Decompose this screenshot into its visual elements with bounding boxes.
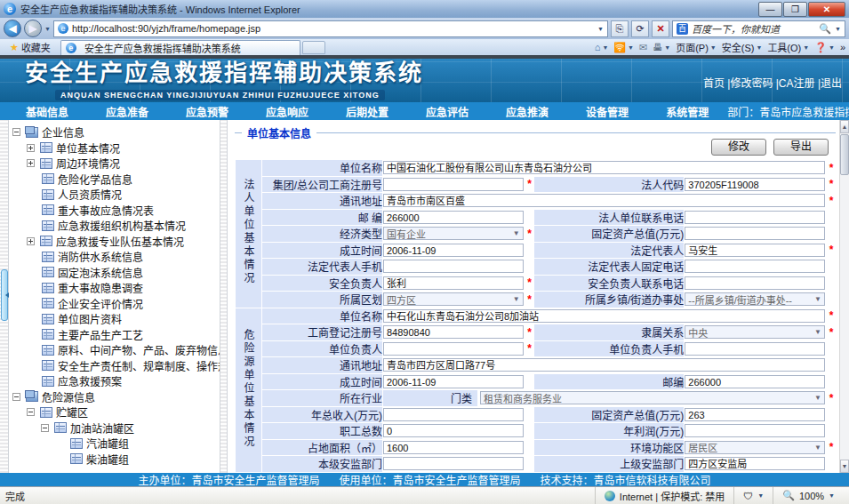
tree-item[interactable]: 应急救援专业队伍基本情况 (12, 234, 218, 250)
home-icon[interactable]: ⌂ (595, 42, 601, 52)
search-input[interactable]: 百 百度一下，你就知道 🔍 ▼ (672, 20, 845, 37)
text-input[interactable]: 1600 (383, 441, 524, 454)
nav-item-3[interactable]: 应急响应 (247, 104, 327, 119)
tree-item[interactable]: 消防供水系统信息 (12, 249, 218, 265)
tree-item-label[interactable]: 安全生产责任制、规章制度、操作规程信息 (58, 358, 220, 373)
tree-item[interactable]: 应急救援组织机构基本情况 (12, 218, 218, 234)
chevron-down-icon[interactable]: ▼ (814, 328, 821, 336)
tree-item[interactable]: 人员资质情况 (12, 187, 218, 203)
dropdown-field[interactable]: 居民区▼ (685, 441, 825, 454)
text-input[interactable]: 青岛市四方区周口路77号 (383, 358, 825, 372)
text-input[interactable]: 四方区安监局 (685, 457, 825, 470)
tools-menu[interactable]: 工具(O)▼ (767, 40, 809, 54)
page-menu[interactable]: 页面(P)▼ (676, 40, 717, 54)
feeds-icon[interactable]: 🛜 (613, 42, 626, 53)
tree-item-label[interactable]: 应急救援专业队伍基本情况 (56, 234, 184, 249)
refresh-icon[interactable]: ⟳ (631, 20, 649, 37)
tree-item[interactable]: 主要产品生产工艺 (12, 327, 218, 343)
scroll-down-icon[interactable]: ▼ (840, 460, 849, 473)
tree-item-label[interactable]: 危险化学品信息 (58, 172, 132, 187)
nav-item-0[interactable]: 基础信息 (7, 104, 87, 119)
tree-item[interactable]: 单位基本情况 (12, 140, 218, 156)
text-input[interactable]: 266000 (685, 375, 825, 388)
text-input[interactable]: 中石化山东青岛石油分公司8加油站 (383, 309, 825, 323)
chevron-down-icon[interactable]: ▼ (814, 394, 821, 402)
tree-item[interactable]: 重大事故应急情况表 (12, 203, 218, 219)
scrollbar-track[interactable] (840, 133, 849, 460)
close-button[interactable]: ✕ (808, 2, 845, 17)
print-icon[interactable]: 🖶 (653, 42, 662, 52)
text-input[interactable] (383, 342, 524, 356)
text-input[interactable]: 2006-11-09 (383, 375, 524, 388)
tree-item-label[interactable]: 单位基本情况 (56, 140, 120, 156)
tree-item-label[interactable]: 应急救援预案 (58, 373, 122, 388)
tree-item-label[interactable]: 应急救援组织机构基本情况 (58, 218, 186, 233)
new-tab-button[interactable] (302, 41, 325, 54)
tree-item-label[interactable]: 原料、中间产物、产品、废弃物信息 (58, 342, 220, 357)
mail-icon[interactable]: ✉ (639, 42, 647, 53)
collapse-icon[interactable] (12, 128, 20, 136)
tree-item-label[interactable]: 加油站油罐区 (70, 420, 134, 436)
scrollbar-thumb[interactable] (840, 134, 849, 175)
search-dropdown-icon[interactable]: ▼ (835, 26, 841, 32)
history-dropdown-icon[interactable]: ▼ (44, 26, 51, 32)
tree-splitter[interactable] (220, 120, 228, 473)
privacy-control[interactable]: 🛡▼ (733, 487, 773, 504)
tree-item-label[interactable]: 重大事故应急情况表 (58, 203, 154, 218)
expand-icon[interactable] (27, 144, 35, 152)
text-input[interactable]: 张利 (383, 276, 524, 290)
tree-item[interactable]: 周边环境情况 (12, 156, 218, 172)
help-menu[interactable]: ❓▼ (814, 42, 835, 53)
url-field[interactable]: e http://localhost:90/yjzh/frame/homepag… (53, 20, 608, 37)
url-dropdown-icon[interactable]: ▼ (597, 26, 604, 32)
tree-item-label[interactable]: 消防供水系统信息 (58, 249, 143, 264)
tree-item-label[interactable]: 重大事故隐患调查 (58, 280, 143, 295)
tree-item-label[interactable]: 企业信息 (42, 124, 84, 140)
forward-button[interactable]: ▶ (24, 20, 42, 37)
text-input[interactable]: 青岛市市南区百盛 (383, 194, 825, 207)
text-input[interactable]: 263 (685, 408, 825, 421)
nav-item-1[interactable]: 应急准备 (87, 104, 167, 119)
tree-item[interactable]: 加油站油罐区 (12, 420, 218, 436)
minimize-button[interactable]: — (758, 2, 782, 17)
tree-item[interactable]: 企业安全评价情况 (12, 296, 218, 312)
security-menu[interactable]: 安全(S)▼ (722, 40, 763, 54)
zoom-control[interactable]: 🔍 100% ▼ (773, 487, 844, 504)
text-input[interactable] (383, 178, 524, 191)
tree-item[interactable]: 危险源信息 (12, 389, 218, 405)
tree-item[interactable]: 原料、中间产物、产品、废弃物信息 (12, 342, 218, 358)
tree-item[interactable]: 企业信息 (12, 124, 218, 140)
tree-item-label[interactable]: 周边环境情况 (56, 156, 120, 171)
chevron-down-icon[interactable]: ▼ (513, 295, 520, 303)
text-input[interactable]: 2006-11-09 (383, 244, 524, 257)
tree-item-label[interactable]: 人员资质情况 (58, 187, 122, 202)
collapse-icon[interactable] (27, 408, 35, 416)
tree-item-label[interactable]: 柴油罐组 (86, 452, 129, 467)
tree-item[interactable]: 汽油罐组 (12, 436, 218, 452)
browser-tab[interactable]: e 安全生产应急救援指挥辅助决策系统 (60, 40, 300, 55)
tab-title[interactable]: 安全生产应急救援指挥辅助决策系统 (84, 41, 241, 55)
chevron-down-icon[interactable]: ▼ (513, 229, 520, 237)
chevron-down-icon[interactable]: ▼ (814, 444, 821, 452)
dropdown-field[interactable]: 四方区▼ (383, 292, 524, 306)
collapse-icon[interactable] (41, 424, 49, 432)
text-input[interactable] (383, 260, 524, 273)
header-links[interactable]: 首页 |修改密码 |CA注册 |退出 (703, 75, 842, 90)
tree-item[interactable]: 单位图片资料 (12, 311, 218, 327)
export-button[interactable]: 导出 (773, 139, 829, 156)
nav-item-2[interactable]: 应急预警 (167, 104, 247, 119)
collapse-icon[interactable] (12, 393, 20, 401)
dropdown-field[interactable]: 租赁和商务服务业▼ (480, 391, 825, 404)
modify-button[interactable]: 修改 (711, 139, 766, 156)
nav-item-4[interactable]: 后期处置 (327, 104, 407, 119)
text-input[interactable]: 84890840 (383, 325, 524, 339)
dropdown-field[interactable]: --所属乡镇/街道办事处--▼ (685, 292, 825, 306)
sidebar-collapse-handle[interactable] (1, 269, 8, 321)
text-input[interactable] (685, 342, 825, 356)
tree-item-label[interactable]: 贮罐区 (56, 404, 88, 420)
text-input[interactable] (685, 276, 825, 290)
content-scrollbar[interactable]: ▲ ▼ (839, 120, 849, 473)
tree-item-label[interactable]: 主要产品生产工艺 (58, 327, 143, 342)
text-input[interactable] (383, 457, 524, 470)
chevron-down-icon[interactable]: ▼ (814, 295, 821, 303)
